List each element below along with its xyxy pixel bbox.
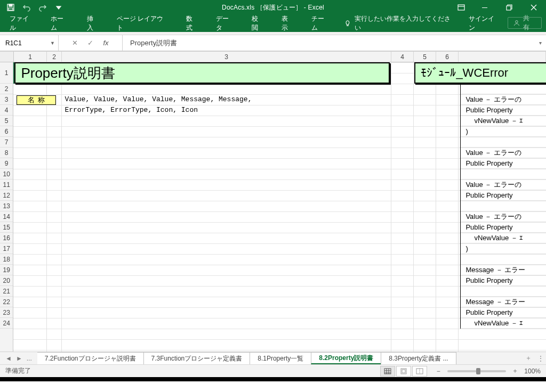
right-col-line[interactable]: ) [460, 243, 546, 254]
right-col-line[interactable]: Message － エラー [460, 297, 546, 307]
row-header-22[interactable]: 22 [0, 297, 13, 307]
right-col-line[interactable]: vNewValue － ｴ [460, 116, 546, 126]
tab-formulas[interactable]: 数式 [178, 15, 207, 32]
row-header-21[interactable]: 21 [0, 286, 13, 297]
row-header-20[interactable]: 20 [0, 275, 13, 286]
sheet-tab-8-3[interactable]: 8.3Property定義書 ... [381, 352, 456, 364]
row-header-4[interactable]: 4 [0, 105, 13, 116]
chevron-down-icon[interactable]: ▼ [50, 40, 55, 46]
field-name-label[interactable]: 名 称 [17, 95, 56, 105]
tab-file[interactable]: ファイル [2, 15, 42, 32]
row-header-11[interactable]: 11 [0, 179, 13, 190]
sheet-nav-prev[interactable]: ◄ [5, 355, 12, 362]
sheet-overflow-button[interactable]: ⋮ [535, 352, 546, 364]
grid-body[interactable]: 123456789101112131415161718192021222324 … [0, 62, 546, 352]
row-header-8[interactable]: 8 [0, 148, 13, 158]
row-header-2[interactable]: 2 [0, 84, 13, 94]
row-header-23[interactable]: 23 [0, 307, 13, 318]
sheet-tab-8-2[interactable]: 8.2Property説明書 [311, 352, 381, 364]
row-header-13[interactable]: 13 [0, 201, 13, 211]
sheet-title-cell[interactable]: Property説明書 [14, 62, 390, 84]
select-all-button[interactable] [0, 52, 14, 62]
right-col-line[interactable]: Value － エラーの [460, 94, 546, 105]
row-header-1[interactable]: 1 [0, 62, 13, 84]
col-header-4[interactable]: 4 [391, 52, 414, 62]
insert-function-button[interactable]: fx [103, 39, 108, 47]
undo-icon[interactable] [22, 3, 31, 12]
col-header-2[interactable]: 2 [47, 52, 62, 62]
share-button[interactable]: 共有 [508, 17, 542, 29]
cells-canvas[interactable]: Property説明書 ﾓｼﾞｭｰﾙ_WCError 名 称 Value, Va… [13, 62, 546, 352]
right-col-line[interactable]: Public Property [460, 158, 546, 169]
right-col-line[interactable] [460, 84, 546, 94]
ribbon-options-button[interactable] [448, 0, 472, 15]
body-line-2[interactable]: ErrorType, ErrorType, Icon, Icon [65, 106, 198, 114]
restore-button[interactable] [497, 0, 521, 15]
cancel-formula-button[interactable]: ✕ [72, 39, 78, 47]
right-col-line[interactable]: vNewValue － ｴ [460, 318, 546, 329]
row-header-5[interactable]: 5 [0, 116, 13, 126]
expand-formula-bar[interactable]: ▾ [534, 35, 546, 51]
right-col-line[interactable]: Public Property [460, 105, 546, 116]
row-header-16[interactable]: 16 [0, 233, 13, 243]
tab-data[interactable]: データ [207, 15, 244, 32]
right-col-line[interactable]: Message － エラー [460, 265, 546, 275]
tab-team[interactable]: チーム [303, 15, 339, 32]
row-header-6[interactable]: 6 [0, 126, 13, 137]
col-header-6[interactable]: 6 [436, 52, 459, 62]
right-col-line[interactable]: Public Property [460, 222, 546, 233]
right-col-line[interactable] [460, 286, 546, 297]
right-col-line[interactable] [460, 201, 546, 211]
row-header-19[interactable]: 19 [0, 265, 13, 275]
view-normal[interactable] [380, 366, 395, 377]
sheet-tab-7-3[interactable]: 7.3Functionプロシージャ定義書 [143, 352, 251, 364]
close-button[interactable] [521, 0, 546, 15]
right-col-line[interactable]: Value － エラーの [460, 211, 546, 222]
row-header-9[interactable]: 9 [0, 158, 13, 169]
zoom-slider[interactable] [447, 370, 506, 372]
right-col-line[interactable] [460, 169, 546, 179]
row-header-3[interactable]: 3 [0, 94, 13, 105]
tab-insert[interactable]: 挿入 [78, 15, 108, 32]
zoom-in-button[interactable]: ＋ [511, 366, 519, 375]
zoom-out-button[interactable]: − [435, 368, 442, 375]
col-header-3[interactable]: 3 [62, 52, 391, 62]
row-header-18[interactable]: 18 [0, 254, 13, 265]
right-col-line[interactable] [460, 137, 546, 148]
customize-qat-icon[interactable] [54, 3, 63, 12]
view-page-layout[interactable] [396, 366, 411, 377]
row-header-17[interactable]: 17 [0, 243, 13, 254]
right-col-line[interactable]: Value － エラーの [460, 148, 546, 158]
sheet-tab-8-1[interactable]: 8.1Property一覧 [250, 352, 311, 364]
name-box[interactable]: R1C1 ▼ [0, 35, 59, 51]
sheet-nav-ellipsis[interactable]: ... [27, 355, 32, 362]
sheet-nav-next[interactable]: ► [16, 355, 22, 362]
new-sheet-button[interactable]: ＋ [521, 352, 535, 364]
formula-input[interactable]: Property説明書 [123, 35, 534, 51]
right-col-line[interactable]: Public Property [460, 275, 546, 286]
zoom-slider-thumb[interactable] [476, 368, 480, 374]
redo-icon[interactable] [38, 3, 47, 12]
module-title-cell[interactable]: ﾓｼﾞｭｰﾙ_WCError [414, 62, 546, 84]
sheet-tab-7-2[interactable]: 7.2Functionプロシージャ説明書 [37, 352, 144, 364]
row-header-10[interactable]: 10 [0, 169, 13, 179]
body-line-1[interactable]: Value, Value, Value, Value, Message, Mes… [65, 95, 252, 103]
col-header-1[interactable]: 1 [14, 52, 47, 62]
row-header-14[interactable]: 14 [0, 211, 13, 222]
view-page-break[interactable] [412, 366, 427, 377]
right-col-line[interactable]: Public Property [460, 307, 546, 318]
sign-in-link[interactable]: サインイン [461, 15, 508, 32]
tab-home[interactable]: ホーム [42, 15, 78, 32]
minimize-button[interactable] [472, 0, 497, 15]
zoom-level[interactable]: 100% [524, 368, 541, 375]
tab-page-layout[interactable]: ページ レイアウト [108, 15, 178, 32]
col-header-5[interactable]: 5 [414, 52, 436, 62]
tab-review[interactable]: 校閲 [243, 15, 273, 32]
tell-me-box[interactable]: 実行したい作業を入力してください [339, 15, 461, 32]
save-icon[interactable] [6, 3, 15, 12]
right-col-line[interactable]: Public Property [460, 190, 546, 201]
tab-view[interactable]: 表示 [273, 15, 303, 32]
right-col-line[interactable] [460, 254, 546, 265]
right-col-line[interactable]: vNewValue － ｴ [460, 233, 546, 243]
row-header-7[interactable]: 7 [0, 137, 13, 148]
